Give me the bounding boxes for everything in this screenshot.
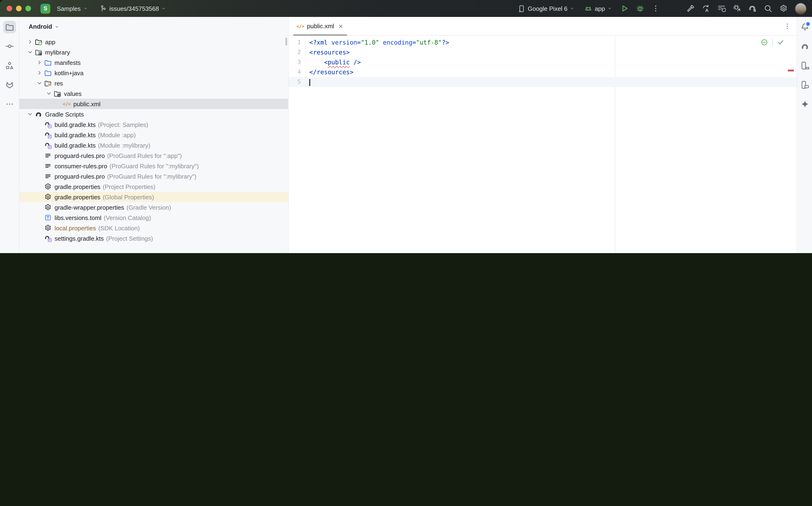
- svg-text:A: A: [705, 8, 709, 13]
- tree-item-qualifier: (ProGuard Rules for ":mylibrary"): [107, 173, 196, 180]
- apply-code-changes-button[interactable]: [715, 2, 728, 15]
- tree-item-qualifier: (Module :mylibrary): [98, 142, 151, 149]
- more-run-options-button[interactable]: [650, 2, 662, 15]
- tool-strip-project-button[interactable]: [3, 21, 16, 33]
- gear-file-icon: [44, 193, 52, 201]
- tree-item-label: build.gradle.kts: [55, 121, 96, 128]
- line-number: 2: [289, 48, 305, 57]
- project-tree-row[interactable]: kotlin+java: [19, 68, 288, 78]
- project-tree-row[interactable]: </>public.xml: [19, 99, 288, 109]
- tool-strip-running-devices-button[interactable]: [798, 59, 811, 72]
- project-tree-row[interactable]: proguard-rules.pro(ProGuard Rules for ":…: [19, 150, 288, 161]
- tree-item-qualifier: (Project: Samples): [98, 121, 148, 128]
- editor-tab-public-xml[interactable]: </> public.xml: [292, 17, 348, 35]
- project-tree-row[interactable]: Kbuild.gradle.kts(Module :app): [19, 130, 288, 140]
- vcs-branch-widget[interactable]: issues/345753568: [96, 3, 169, 14]
- chev-down-icon[interactable]: [27, 49, 33, 56]
- close-window-button[interactable]: [7, 6, 12, 11]
- gear-file-icon: [44, 203, 52, 211]
- running-devices-icon: [800, 61, 809, 70]
- tree-item-label: gradle-wrapper.properties: [55, 204, 124, 211]
- project-tree-row[interactable]: Kbuild.gradle.kts(Module :mylibrary): [19, 140, 288, 150]
- code-text: <?xml version="1.0" encoding="utf-8"?>: [305, 37, 449, 48]
- tool-strip-commit-button[interactable]: [3, 40, 16, 53]
- chevron-spacer: [36, 214, 43, 221]
- chev-right-icon[interactable]: [36, 70, 43, 76]
- tab-label: public.xml: [307, 22, 334, 29]
- chev-down-icon[interactable]: [27, 111, 33, 117]
- inspection-widget[interactable]: [760, 38, 785, 46]
- build-hammer-button[interactable]: [685, 2, 697, 15]
- user-avatar[interactable]: [795, 3, 807, 14]
- chev-down-icon[interactable]: [46, 90, 52, 97]
- project-tree-row[interactable]: mylibrary: [19, 47, 288, 57]
- tool-strip-notifications-button[interactable]: [798, 21, 811, 33]
- project-icon: [5, 22, 14, 31]
- project-tree-row[interactable]: proguard-rules.pro(ProGuard Rules for ":…: [19, 171, 288, 181]
- run-button[interactable]: [619, 2, 631, 15]
- branch-name: issues/345753568: [109, 5, 159, 12]
- project-tree-row[interactable]: gradle-wrapper.properties(Gradle Version…: [19, 202, 288, 213]
- chev-right-icon[interactable]: [27, 38, 33, 45]
- code-line[interactable]: 1<?xml version="1.0" encoding="utf-8"?>: [289, 37, 797, 48]
- code-text: </resources>: [305, 67, 354, 77]
- tree-item-label: gradle.properties: [55, 183, 100, 190]
- code-editor[interactable]: 1<?xml version="1.0" encoding="utf-8"?>2…: [289, 36, 797, 253]
- project-scrollbar-thumb[interactable]: [285, 37, 287, 46]
- editor-options-icon[interactable]: [784, 22, 791, 30]
- maximize-window-button[interactable]: [25, 6, 31, 11]
- tree-item-label: gradle.properties: [55, 193, 100, 200]
- project-tree-row[interactable]: res: [19, 78, 288, 88]
- more-icon: [5, 100, 14, 108]
- attach-debugger-button[interactable]: [731, 2, 743, 15]
- apply-changes-button[interactable]: A: [700, 2, 712, 15]
- tool-strip-more-button[interactable]: [3, 98, 16, 110]
- project-tree-row[interactable]: values: [19, 88, 288, 99]
- project-tree-row[interactable]: Ksettings.gradle.kts(Project Settings): [19, 233, 288, 244]
- project-tree-row[interactable]: manifests: [19, 57, 288, 68]
- line-number: 1: [289, 37, 305, 48]
- run-configuration-selector[interactable]: app: [581, 3, 615, 14]
- project-tree-row[interactable]: Kbuild.gradle.kts(Project: Samples): [19, 119, 288, 130]
- gradle-sync-button[interactable]: [746, 2, 759, 15]
- minimize-window-button[interactable]: [16, 6, 22, 11]
- chevron-spacer: [36, 194, 43, 200]
- code-line[interactable]: 2<resources>: [289, 48, 797, 57]
- tool-strip-gradle-button[interactable]: [798, 40, 811, 53]
- chevron-spacer: [36, 235, 43, 242]
- close-tab-icon[interactable]: [338, 23, 344, 29]
- project-tree-row[interactable]: Gradle Scripts: [19, 109, 288, 119]
- project-view-selector[interactable]: Android: [19, 17, 288, 34]
- project-tree-row[interactable]: libs.versions.toml(Version Catalog): [19, 213, 288, 223]
- chevron-spacer: [36, 142, 43, 149]
- editor-tab-bar: </> public.xml: [289, 17, 797, 36]
- project-tree-row[interactable]: gradle.properties(Project Properties): [19, 181, 288, 192]
- tool-strip-gitlab-button[interactable]: [3, 79, 16, 91]
- project-widget[interactable]: Samples: [54, 4, 91, 13]
- project-tree-row[interactable]: local.properties(SDK Location): [19, 223, 288, 233]
- gradle-kts-icon: K: [44, 235, 52, 242]
- device-selector[interactable]: Google Pixel 6: [514, 3, 578, 14]
- project-tree-row[interactable]: gradle.properties(Global Properties): [19, 192, 288, 202]
- tool-strip-device-manager-button[interactable]: [798, 79, 811, 91]
- tree-item-label: app: [45, 38, 55, 46]
- tree-item-label: kotlin+java: [55, 69, 84, 76]
- search-button[interactable]: [762, 2, 774, 15]
- project-tree-row[interactable]: consumer-rules.pro(ProGuard Rules for ":…: [19, 161, 288, 171]
- build-hammer-icon: [686, 4, 695, 13]
- chev-down-icon[interactable]: [36, 80, 43, 86]
- project-tree-row[interactable]: app: [19, 37, 288, 47]
- chevron-down-icon: [570, 6, 575, 11]
- error-stripe-mark[interactable]: [788, 70, 794, 71]
- chev-right-icon[interactable]: [36, 59, 43, 66]
- commit-icon: [5, 42, 14, 51]
- code-line[interactable]: 4</resources>: [289, 67, 797, 77]
- settings-button[interactable]: [778, 2, 790, 15]
- tool-strip-gemini-button[interactable]: [798, 98, 811, 110]
- debug-button[interactable]: [634, 2, 646, 15]
- gradle-kts-icon: K: [44, 142, 52, 149]
- code-line[interactable]: 5: [289, 77, 797, 87]
- gear-file-icon: [44, 183, 52, 190]
- code-line[interactable]: 3 <public />: [289, 57, 797, 67]
- tool-strip-structure-button[interactable]: [3, 59, 16, 72]
